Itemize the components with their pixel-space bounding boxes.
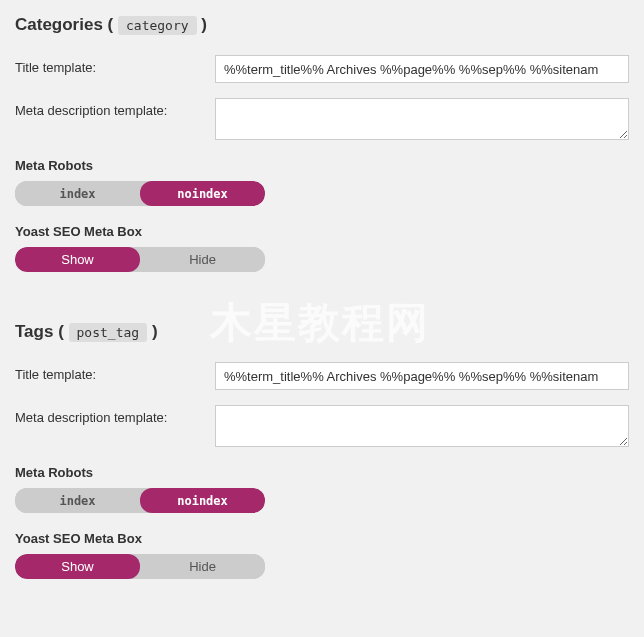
categories-meta-desc-label: Meta description template: — [15, 98, 215, 118]
categories-meta-desc-input[interactable] — [215, 98, 629, 140]
categories-header: Categories ( category ) — [15, 15, 629, 35]
tags-meta-robots-toggle: index noindex — [15, 488, 265, 513]
tags-meta-desc-input[interactable] — [215, 405, 629, 447]
categories-noindex-button[interactable]: noindex — [140, 181, 265, 206]
tags-section: Tags ( post_tag ) Title template: Meta d… — [15, 322, 629, 579]
categories-meta-robots-group: Meta Robots index noindex — [15, 158, 629, 206]
categories-index-button[interactable]: index — [15, 181, 140, 206]
categories-meta-desc-wrapper — [215, 98, 629, 143]
tags-meta-desc-row: Meta description template: — [15, 405, 629, 450]
categories-title: Categories — [15, 15, 103, 34]
tags-header: Tags ( post_tag ) — [15, 322, 629, 342]
categories-title-template-label: Title template: — [15, 55, 215, 75]
tags-yoast-box-label: Yoast SEO Meta Box — [15, 531, 629, 546]
categories-show-button[interactable]: Show — [15, 247, 140, 272]
categories-hide-button[interactable]: Hide — [140, 247, 265, 272]
categories-title-template-row: Title template: — [15, 55, 629, 83]
tags-title-template-input[interactable] — [215, 362, 629, 390]
categories-section: Categories ( category ) Title template: … — [15, 15, 629, 272]
categories-yoast-box-toggle: Show Hide — [15, 247, 265, 272]
categories-meta-robots-label: Meta Robots — [15, 158, 629, 173]
categories-yoast-box-group: Yoast SEO Meta Box Show Hide — [15, 224, 629, 272]
tags-meta-desc-label: Meta description template: — [15, 405, 215, 425]
tags-noindex-button[interactable]: noindex — [140, 488, 265, 513]
tags-yoast-box-toggle: Show Hide — [15, 554, 265, 579]
categories-yoast-box-label: Yoast SEO Meta Box — [15, 224, 629, 239]
tags-show-button[interactable]: Show — [15, 554, 140, 579]
tags-slug: post_tag — [69, 323, 148, 342]
tags-title-template-label: Title template: — [15, 362, 215, 382]
categories-title-template-input[interactable] — [215, 55, 629, 83]
tags-hide-button[interactable]: Hide — [140, 554, 265, 579]
categories-slug: category — [118, 16, 197, 35]
tags-title: Tags — [15, 322, 53, 341]
tags-meta-robots-label: Meta Robots — [15, 465, 629, 480]
categories-meta-desc-row: Meta description template: — [15, 98, 629, 143]
tags-title-template-wrapper — [215, 362, 629, 390]
tags-yoast-box-group: Yoast SEO Meta Box Show Hide — [15, 531, 629, 579]
categories-title-template-wrapper — [215, 55, 629, 83]
categories-meta-robots-toggle: index noindex — [15, 181, 265, 206]
tags-meta-robots-group: Meta Robots index noindex — [15, 465, 629, 513]
tags-meta-desc-wrapper — [215, 405, 629, 450]
tags-index-button[interactable]: index — [15, 488, 140, 513]
tags-title-template-row: Title template: — [15, 362, 629, 390]
